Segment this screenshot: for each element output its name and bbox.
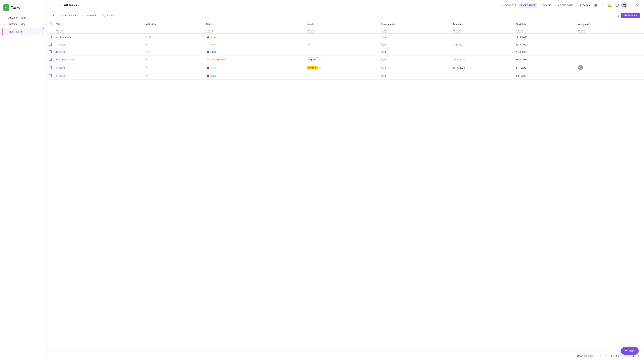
assigned-filter-button[interactable]: ⚙ Filter bbox=[578, 29, 586, 32]
sidebar-item-customer-june[interactable]: ✓ Customer - June bbox=[0, 14, 46, 21]
search-input[interactable] bbox=[106, 14, 170, 17]
chevron-button[interactable]: ⌄ bbox=[628, 2, 634, 8]
task-title[interactable]: Products bbox=[56, 74, 65, 77]
share-button[interactable]: ↖ SHARE bbox=[538, 3, 553, 8]
column-due-date: Due date bbox=[451, 20, 513, 28]
row-checkbox[interactable] bbox=[49, 50, 52, 53]
assignee-avatar: ES bbox=[578, 65, 583, 70]
all-tasks-label: All tasks bbox=[64, 4, 77, 7]
check-icon: ✓ bbox=[4, 16, 6, 19]
sidebar-item-label: Customer - May bbox=[8, 23, 26, 26]
task-title[interactable]: Additional infor... bbox=[56, 36, 73, 38]
bell-icon-button[interactable]: 🔔 bbox=[606, 2, 613, 8]
start-date-cell: 11. 5. 2023 bbox=[513, 34, 576, 41]
table-row: Products👁💼Activelow prior+📎415. 4. 20234… bbox=[47, 64, 644, 72]
row-checkbox[interactable] bbox=[49, 74, 52, 77]
new-task-button[interactable]: NEW TASK bbox=[621, 12, 640, 18]
back-button[interactable]: ← bbox=[50, 3, 56, 8]
connect-label: CONNECT bbox=[504, 4, 516, 7]
start-date-filter-button[interactable]: ⚙ Filter bbox=[516, 29, 523, 32]
column-assigned: Assigned ? bbox=[576, 20, 644, 28]
row-checkbox[interactable] bbox=[49, 58, 52, 61]
view-dropdown-icon: ▾ bbox=[589, 4, 590, 7]
connect-icon: → bbox=[501, 4, 504, 7]
table-footer: Rows per page ? : 25 50 100 1-6 of 6 « ‹… bbox=[47, 352, 644, 360]
row-checkbox[interactable] bbox=[49, 66, 52, 69]
new-task-list-button[interactable]: + New task list bbox=[2, 28, 44, 35]
colon: : bbox=[596, 354, 597, 357]
task-title[interactable]: Products bbox=[56, 66, 65, 69]
task-title[interactable]: Homepage - bugs bbox=[56, 58, 74, 61]
task-title[interactable]: Contracts bbox=[56, 43, 66, 46]
chat-icon-button[interactable]: 💬 bbox=[614, 2, 620, 8]
edit-label: EDIT bbox=[628, 350, 635, 352]
sidebar-menu-icon[interactable]: ⋮ bbox=[41, 6, 44, 9]
filter-button[interactable]: ⚙ bbox=[50, 13, 57, 18]
rows-per-page: Rows per page ? : 25 50 100 bbox=[577, 354, 607, 358]
aggregate-button[interactable]: ↗ AGGREGATE bbox=[554, 3, 574, 8]
row-checkbox[interactable] bbox=[49, 43, 52, 46]
avatar: 👩 bbox=[621, 2, 628, 8]
rows-per-page-select[interactable]: 25 50 100 bbox=[598, 354, 607, 358]
new-task-list-label: New task list bbox=[9, 30, 23, 33]
aggregate-label: AGGREGATE bbox=[558, 4, 573, 7]
add-label-icon[interactable]: + bbox=[319, 66, 320, 69]
sort-button[interactable]: ↕ bbox=[618, 14, 619, 18]
search-wrap: 🔍 bbox=[100, 13, 172, 18]
connect-button[interactable]: → CONNECT bbox=[500, 3, 518, 8]
header: ← ✓ All tasks ▾ → CONNECT ⊞ ORGANIZE ↖ S… bbox=[47, 0, 644, 11]
due-date-filter-button[interactable]: ⚙ Filter bbox=[453, 29, 460, 32]
add-label-icon[interactable]: + bbox=[308, 50, 310, 53]
eye-icon: 👁 bbox=[146, 66, 148, 69]
select-all-checkbox[interactable] bbox=[49, 22, 52, 25]
view-toggle-button[interactable]: ⊞ Table ▾ bbox=[578, 3, 592, 8]
add-label-icon[interactable]: + bbox=[308, 74, 310, 77]
sidebar: ✓ Tasks ⋮ ✓ Customer - June ✓ Customer -… bbox=[0, 0, 47, 360]
due-date-cell: 3. 5. 2023 bbox=[451, 41, 513, 48]
status-icon: 💼 bbox=[207, 74, 210, 77]
table-row: Contracts⚠👁💼Active+📎028. 4. 2023 bbox=[47, 48, 644, 56]
task-title[interactable]: Contracts bbox=[56, 51, 66, 53]
start-date-cell: 28. 4. 2023 bbox=[513, 41, 576, 48]
organize-button[interactable]: ⊞ ORGANIZE bbox=[518, 3, 538, 8]
layout-icon-button[interactable]: ⊟ bbox=[593, 2, 598, 8]
edit-fab-button[interactable]: ✏ EDIT bbox=[621, 347, 638, 354]
tasks-table: Title Indication Status Labels Attachmen… bbox=[47, 20, 644, 80]
add-label-icon[interactable]: + bbox=[308, 36, 310, 38]
table-container: Title Indication Status Labels Attachmen… bbox=[47, 20, 644, 352]
page-title[interactable]: All tasks ▾ bbox=[64, 4, 80, 7]
avatar-wrap[interactable]: 👩 bbox=[621, 2, 628, 8]
column-labels: Labels bbox=[305, 20, 379, 28]
group-by-button[interactable]: Do not group ▾ bbox=[58, 13, 78, 18]
status-icon: 💼 bbox=[207, 51, 210, 53]
add-label-icon[interactable]: + bbox=[308, 43, 310, 46]
start-date-cell: 28. 4. 2023 bbox=[513, 48, 576, 56]
column-start-date: Start date bbox=[513, 20, 576, 28]
filter-row: ⚙ Filter ⚙ Filter ⚙ Filter ≡ Filter ⚙ Fi… bbox=[47, 28, 644, 34]
table-header-row: Title Indication Status Labels Attachmen… bbox=[47, 20, 644, 28]
status-filter-button[interactable]: ⚙ Filter bbox=[206, 29, 213, 32]
sidebar-item-customer-may[interactable]: ✓ Customer - May bbox=[0, 21, 46, 27]
close-button[interactable]: ✕ bbox=[634, 2, 640, 8]
eye-icon: 👁 bbox=[146, 58, 148, 61]
status-badge: 🔧Work in progres bbox=[206, 58, 227, 61]
eye-icon: 👁 bbox=[146, 43, 148, 46]
status-badge: 💼Active bbox=[206, 74, 218, 78]
labels-filter-button[interactable]: ⚙ Filter bbox=[307, 29, 314, 32]
table-row: Contracts👁✓Done+📎03. 5. 202328. 4. 2023 bbox=[47, 41, 644, 48]
add-label-icon[interactable]: + bbox=[320, 58, 322, 61]
toolbar: ⚙ Do not group ▾ ⇄ Data flow ▾ 🔍 ↕ NEW T… bbox=[47, 11, 644, 20]
title-filter-button[interactable]: ⚙ Filter bbox=[56, 29, 64, 32]
group-dropdown-icon: ▾ bbox=[75, 14, 76, 17]
attachments-filter-button[interactable]: ≡ Filter bbox=[381, 29, 388, 32]
alert-icon: ⚠ bbox=[146, 50, 148, 53]
eye-icon: 👁 bbox=[148, 36, 151, 38]
app-title: Tasks bbox=[11, 6, 20, 10]
status-badge: 💼Active bbox=[206, 50, 218, 54]
view-label: Table bbox=[582, 4, 588, 7]
timer-icon-button[interactable]: ⏱ bbox=[599, 2, 605, 8]
row-checkbox[interactable] bbox=[49, 36, 52, 38]
dataflow-button[interactable]: ⇄ Data flow ▾ bbox=[80, 13, 99, 18]
start-date-cell: 28. 4. 2023 bbox=[513, 56, 576, 64]
last-page-button[interactable]: » bbox=[637, 354, 640, 358]
